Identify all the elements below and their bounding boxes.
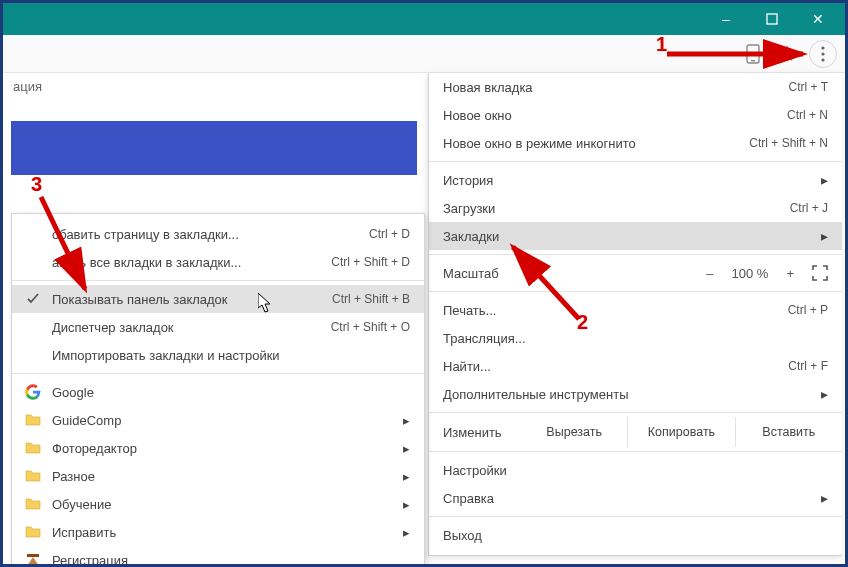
check-icon [24,290,42,308]
submenu-arrow-icon: ▸ [821,172,828,188]
menu-kebab-icon[interactable] [809,40,837,68]
menu-new-tab[interactable]: Новая вкладка Ctrl + T [429,73,842,101]
window-titlebar: – ✕ [3,3,845,35]
menu-separator [429,161,842,162]
menu-separator [429,516,842,517]
device-icon[interactable] [741,42,765,66]
menu-bookmarks[interactable]: Закладки ▸ [429,222,842,250]
annotation-marker-3: 3 [31,173,42,196]
menu-label: Исправить [52,525,410,540]
folder-icon [24,523,42,541]
submenu-arrow-icon: ▸ [403,525,410,540]
submenu-arrow-icon: ▸ [821,490,828,506]
menu-cast[interactable]: Трансляция... [429,324,842,352]
menu-label: Печать... [443,303,788,318]
submenu-import[interactable]: Импортировать закладки и настройки [12,341,424,369]
menu-label: Разное [52,469,410,484]
menu-shortcut: Ctrl + P [788,303,828,317]
menu-zoom: Масштаб – 100 % + [429,259,842,287]
submenu-arrow-icon: ▸ [821,386,828,402]
menu-history[interactable]: История ▸ [429,166,842,194]
bookmark-star-icon[interactable] [775,42,799,66]
menu-label: авить все вкладки в закладки... [52,255,331,270]
menu-separator [429,412,842,413]
menu-label: Новое окно в режиме инкогнито [443,136,749,151]
edit-copy-button[interactable]: Копировать [628,417,735,447]
menu-help[interactable]: Справка ▸ [429,484,842,512]
submenu-manager[interactable]: Диспетчер закладок Ctrl + Shift + O [12,313,424,341]
submenu-arrow-icon: ▸ [403,413,410,428]
svg-rect-0 [767,14,777,24]
zoom-plus-button[interactable]: + [786,266,794,281]
page-fragment-text: ация [3,73,433,100]
svg-point-5 [821,58,824,61]
menu-shortcut: Ctrl + F [788,359,828,373]
submenu-arrow-icon: ▸ [821,228,828,244]
menu-label: Новое окно [443,108,787,123]
menu-label: Регистрация [52,553,410,568]
submenu-arrow-icon: ▸ [403,441,410,456]
zoom-value: 100 % [732,266,769,281]
menu-downloads[interactable]: Загрузки Ctrl + J [429,194,842,222]
folder-icon [24,411,42,429]
menu-exit[interactable]: Выход [429,521,842,549]
menu-separator [12,373,424,374]
menu-label: Диспетчер закладок [52,320,331,335]
menu-new-window[interactable]: Новое окно Ctrl + N [429,101,842,129]
bookmark-folder-guidecomp[interactable]: GuideComp ▸ [12,406,424,434]
menu-edit-row: Изменить Вырезать Копировать Вставить [429,417,842,447]
bookmark-folder-photo[interactable]: Фоторедактор ▸ [12,434,424,462]
menu-shortcut: Ctrl + J [790,201,828,215]
menu-label: обавить страницу в закладки... [52,227,369,242]
svg-point-4 [821,52,824,55]
google-icon [24,383,42,401]
menu-find[interactable]: Найти... Ctrl + F [429,352,842,380]
menu-label: Фоторедактор [52,441,410,456]
menu-label: Новая вкладка [443,80,789,95]
bookmark-folder-fix[interactable]: Исправить ▸ [12,518,424,546]
menu-label: Найти... [443,359,788,374]
menu-label: GuideComp [52,413,410,428]
menu-settings[interactable]: Настройки [429,456,842,484]
bookmarks-submenu: обавить страницу в закладки... Ctrl + D … [11,213,425,567]
menu-label: Трансляция... [443,331,828,346]
maximize-button[interactable] [749,3,795,35]
menu-label: Google [52,385,410,400]
menu-label: Загрузки [443,201,790,216]
menu-more-tools[interactable]: Дополнительные инструменты ▸ [429,380,842,408]
submenu-add-all[interactable]: авить все вкладки в закладки... Ctrl + S… [12,248,424,276]
bookmark-folder-learn[interactable]: Обучение ▸ [12,490,424,518]
edit-paste-button[interactable]: Вставить [736,417,842,447]
submenu-add-page[interactable]: обавить страницу в закладки... Ctrl + D [12,220,424,248]
bookmark-registration[interactable]: Регистрация [12,546,424,567]
menu-label: Обучение [52,497,410,512]
menu-incognito[interactable]: Новое окно в режиме инкогнито Ctrl + Shi… [429,129,842,157]
close-button[interactable]: ✕ [795,3,841,35]
menu-shortcut: Ctrl + Shift + N [749,136,828,150]
submenu-arrow-icon: ▸ [403,469,410,484]
svg-rect-2 [751,60,755,61]
menu-separator [429,254,842,255]
menu-label: Дополнительные инструменты [443,387,821,402]
fullscreen-icon[interactable] [812,265,828,281]
menu-label: Закладки [443,229,821,244]
folder-icon [24,467,42,485]
folder-icon [24,495,42,513]
menu-separator [429,451,842,452]
menu-label: Показывать панель закладок [52,292,332,307]
edit-label: Изменить [429,417,521,447]
submenu-show-bar[interactable]: Показывать панель закладок Ctrl + Shift … [12,285,424,313]
menu-shortcut: Ctrl + D [369,227,410,241]
menu-label: Настройки [443,463,828,478]
menu-shortcut: Ctrl + T [789,80,828,94]
menu-print[interactable]: Печать... Ctrl + P [429,296,842,324]
menu-label: Справка [443,491,821,506]
main-menu: Новая вкладка Ctrl + T Новое окно Ctrl +… [428,73,842,556]
zoom-minus-button[interactable]: – [706,266,713,281]
menu-shortcut: Ctrl + N [787,108,828,122]
bookmark-folder-misc[interactable]: Разное ▸ [12,462,424,490]
minimize-button[interactable]: – [703,3,749,35]
menu-label: Выход [443,528,828,543]
edit-cut-button[interactable]: Вырезать [521,417,628,447]
bookmark-google[interactable]: Google [12,378,424,406]
